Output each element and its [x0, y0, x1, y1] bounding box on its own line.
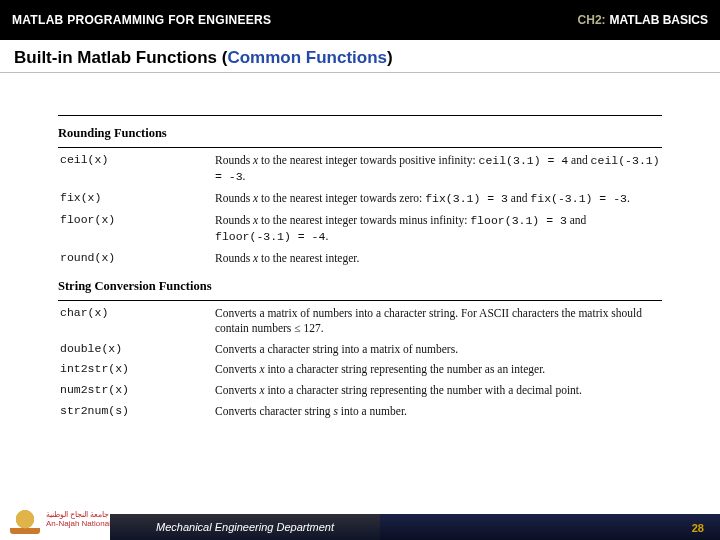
fn-desc: Rounds x to the nearest integer towards …	[213, 210, 662, 248]
fn-desc: Rounds x to the nearest integer towards …	[213, 188, 662, 210]
fn-name: floor(x)	[58, 210, 213, 248]
table-row: floor(x)Rounds x to the nearest integer …	[58, 210, 662, 248]
section-heading-string: String Conversion Functions	[58, 279, 662, 294]
header-bar: MATLAB PROGRAMMING FOR ENGINEERS CH2:MAT…	[0, 0, 720, 40]
title-prefix: Built-in Matlab Functions	[14, 48, 222, 67]
fn-desc: Rounds x to the nearest integer towards …	[213, 150, 662, 188]
page-number: 28	[692, 522, 704, 534]
table-row: fix(x)Rounds x to the nearest integer to…	[58, 188, 662, 210]
fn-desc: Converts a matrix of numbers into a char…	[213, 303, 662, 339]
section-heading-rounding: Rounding Functions	[58, 126, 662, 141]
table-row: double(x)Converts a character string int…	[58, 339, 662, 360]
rounding-functions-table: ceil(x)Rounds x to the nearest integer t…	[58, 150, 662, 269]
department-name: Mechanical Engineering Department	[156, 521, 334, 533]
table-row: int2str(x)Converts x into a character st…	[58, 359, 662, 380]
university-logo-icon	[10, 506, 40, 534]
table-row: char(x)Converts a matrix of numbers into…	[58, 303, 662, 339]
table-row: num2str(x)Converts x into a character st…	[58, 380, 662, 401]
fn-desc: Converts a character string into a matri…	[213, 339, 662, 360]
fn-name: ceil(x)	[58, 150, 213, 188]
fn-name: round(x)	[58, 248, 213, 269]
fn-desc: Converts x into a character string repre…	[213, 380, 662, 401]
fn-name: fix(x)	[58, 188, 213, 210]
department-bar: Mechanical Engineering Department	[110, 514, 380, 540]
chapter-prefix: CH2:	[578, 13, 606, 27]
table-row: str2num(s)Converts character string s in…	[58, 401, 662, 422]
fn-name: str2num(s)	[58, 401, 213, 422]
footer: جامعة النجاح الوطنية An-Najah National U…	[0, 496, 720, 540]
content-area: Rounding Functions ceil(x)Rounds x to th…	[0, 73, 720, 422]
course-title: MATLAB PROGRAMMING FOR ENGINEERS	[12, 13, 271, 27]
divider	[58, 115, 662, 116]
chapter-label: CH2:MATLAB BASICS	[578, 13, 708, 27]
fn-desc: Rounds x to the nearest integer.	[213, 248, 662, 269]
footer-gradient	[380, 514, 720, 540]
fn-name: num2str(x)	[58, 380, 213, 401]
string-functions-table: char(x)Converts a matrix of numbers into…	[58, 303, 662, 423]
table-row: ceil(x)Rounds x to the nearest integer t…	[58, 150, 662, 188]
fn-name: int2str(x)	[58, 359, 213, 380]
divider	[58, 147, 662, 148]
title-highlight: Common Functions	[227, 48, 387, 67]
fn-desc: Converts x into a character string repre…	[213, 359, 662, 380]
title-row: Built-in Matlab Functions (Common Functi…	[0, 40, 720, 73]
fn-desc: Converts character string s into a numbe…	[213, 401, 662, 422]
chapter-name: MATLAB BASICS	[610, 13, 708, 27]
divider	[58, 300, 662, 301]
paren-close: )	[387, 48, 393, 67]
table-row: round(x)Rounds x to the nearest integer.	[58, 248, 662, 269]
page-title: Built-in Matlab Functions (Common Functi…	[14, 48, 706, 68]
fn-name: char(x)	[58, 303, 213, 339]
fn-name: double(x)	[58, 339, 213, 360]
